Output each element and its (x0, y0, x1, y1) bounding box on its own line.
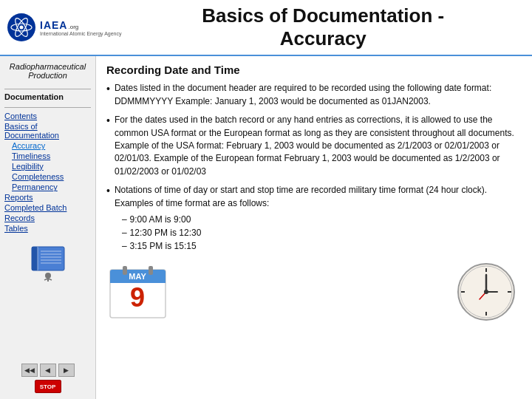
content-area: Recording Date and Time • Dates listed i… (96, 56, 532, 399)
bullet-text-1: Dates listed in the document header are … (115, 82, 522, 108)
sidebar-item-accuracy[interactable]: Accuracy (12, 141, 91, 150)
main-area: Radiopharmaceutical Production Documenta… (0, 56, 532, 399)
sidebar-item-legibility[interactable]: Legibility (12, 162, 91, 171)
sidebar-item-tables[interactable]: Tables (4, 224, 91, 233)
calendar-icon: MAY 9 (106, 259, 177, 325)
bullet-item-3: • Notations of time of day or start and … (106, 184, 522, 253)
svg-rect-6 (32, 247, 38, 270)
logo-text: IAEA .org International Atomic Energy Ag… (40, 19, 122, 36)
bullet-item-2: • For the dates used in the batch record… (106, 114, 522, 178)
svg-rect-21 (123, 266, 127, 275)
nav-next-button[interactable]: ▶ (58, 364, 75, 377)
sidebar-item-completeness[interactable]: Completeness (12, 172, 91, 181)
bullet-dot-3: • (106, 184, 110, 253)
logo-area: IAEA .org International Atomic Energy Ag… (7, 13, 122, 41)
sidebar-item-records[interactable]: Records (4, 214, 91, 222)
sidebar-item-timeliness[interactable]: Timeliness (12, 151, 91, 160)
time-example-1: – 9:00 AM is 9:00 (122, 213, 522, 226)
nav-buttons: ◀◀ ◀ ▶ (21, 364, 75, 377)
svg-text:9: 9 (130, 282, 145, 313)
stop-button[interactable]: STOP (35, 380, 61, 393)
clock-icon (451, 259, 522, 325)
logo-org-text: .org (68, 24, 78, 30)
bullet-item-1: • Dates listed in the document header ar… (106, 82, 522, 108)
sidebar-item-reports[interactable]: Reports (4, 193, 91, 202)
iaea-logo-icon (7, 13, 35, 41)
svg-point-13 (45, 273, 51, 279)
svg-point-33 (484, 290, 488, 294)
logo-subtitle-text: International Atomic Energy Agency (40, 31, 122, 36)
sidebar-item-permanency[interactable]: Permanency (12, 183, 91, 191)
nav-prev-button[interactable]: ◀ (40, 364, 56, 377)
sidebar-section-title: Documentation (4, 92, 91, 101)
svg-point-4 (20, 26, 24, 30)
time-examples: – 9:00 AM is 9:00 – 12:30 PM is 12:30 – … (122, 213, 522, 253)
svg-text:MAY: MAY (129, 272, 146, 281)
header: IAEA .org International Atomic Energy Ag… (0, 0, 532, 56)
sidebar-radio-title: Radiopharmaceutical Production (4, 62, 91, 80)
time-example-2: – 12:30 PM is 12:30 (122, 226, 522, 239)
nav-first-button[interactable]: ◀◀ (21, 364, 38, 377)
bullet-text-2: For the dates used in the batch record o… (115, 114, 522, 178)
section-title: Recording Date and Time (106, 64, 522, 76)
sidebar-item-completed-batch[interactable]: Completed Batch (4, 203, 91, 212)
page-title: Basics of Documentation - Accuracy (122, 4, 525, 50)
svg-rect-22 (149, 266, 153, 275)
logo-iaea-text: IAEA (40, 19, 67, 31)
sidebar-illustration (4, 241, 91, 282)
bullet-dot-2: • (106, 114, 110, 178)
book-icon (26, 241, 70, 282)
bullet-text-3: Notations of time of day or start and st… (115, 184, 522, 253)
nav-area: ◀◀ ◀ ▶ STOP (4, 356, 91, 393)
sidebar: Radiopharmaceutical Production Documenta… (0, 56, 96, 399)
bullet-list: • Dates listed in the document header ar… (106, 82, 522, 253)
sidebar-item-basics[interactable]: Basics of Documentation (4, 122, 91, 140)
sidebar-item-contents[interactable]: Contents (4, 112, 91, 120)
time-example-3: – 3:15 PM is 15:15 (122, 239, 522, 253)
bullet-dot-1: • (106, 82, 110, 108)
images-row: MAY 9 (106, 259, 522, 325)
